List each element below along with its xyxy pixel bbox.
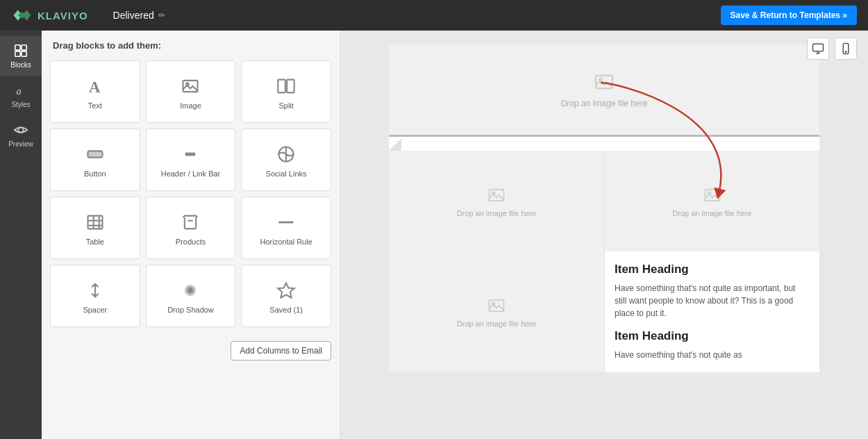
block-saved-label: Saved (1)	[269, 306, 303, 314]
item-body-1: Have something that's not quite as impor…	[615, 282, 810, 320]
block-products-label: Products	[176, 238, 206, 246]
sidebar-blocks-label: Blocks	[10, 61, 31, 69]
desktop-view-button[interactable]	[807, 38, 829, 60]
block-products[interactable]: Products	[146, 197, 236, 259]
topbar-title: Delivered ✏	[113, 10, 165, 21]
canvas-area: Drop an image file here Drop an image fi…	[340, 31, 868, 439]
block-image-label: Image	[180, 101, 201, 110]
block-button[interactable]: Button	[50, 129, 140, 191]
main-layout: Blocks a Styles Preview Drag blocks to a…	[0, 31, 868, 439]
svg-rect-2	[15, 51, 20, 56]
blocks-panel-header: Drag blocks to add them:	[42, 31, 340, 58]
blocks-footer: Add Columns to Email	[42, 336, 340, 370]
block-header-link-bar-label: Header / Link Bar	[161, 169, 221, 178]
block-button-label: Button	[84, 169, 106, 178]
svg-rect-37	[705, 189, 719, 200]
svg-marker-27	[278, 283, 294, 298]
sidebar-styles-label: Styles	[11, 101, 30, 108]
block-saved[interactable]: Saved (1)	[241, 265, 331, 327]
klaviyo-wordmark: KLAVIYO	[37, 10, 88, 22]
svg-rect-10	[287, 80, 294, 93]
sidebar-preview-label: Preview	[8, 140, 33, 148]
item-body-2: Have something that's not quite as	[615, 349, 810, 361]
svg-rect-11	[87, 151, 102, 157]
product-text-cell: Item Heading Have something that's not q…	[604, 251, 819, 372]
block-table[interactable]: Table	[50, 197, 140, 259]
block-spacer[interactable]: Spacer	[50, 265, 140, 327]
edit-title-icon[interactable]: ✏	[158, 10, 165, 20]
svg-rect-28	[813, 44, 824, 51]
icon-sidebar: Blocks a Styles Preview	[0, 31, 42, 439]
svg-text:A: A	[88, 78, 100, 96]
product-img-drop-text-1a: Drop an image file here	[457, 209, 536, 217]
topbar: KLAVIYO Delivered ✏ Save & Return to Tem…	[0, 0, 868, 31]
email-canvas: Drop an image file here Drop an image fi…	[389, 44, 819, 372]
item-heading-1: Item Heading	[615, 263, 810, 276]
product-img-drop-2a[interactable]: Drop an image file here	[389, 251, 604, 372]
image-drop-zone-main[interactable]: Drop an image file here	[389, 44, 819, 135]
block-split-label: Split	[278, 101, 293, 110]
mobile-view-button[interactable]	[835, 38, 857, 60]
product-img-drop-text-1b: Drop an image file here	[672, 209, 751, 217]
svg-rect-3	[22, 51, 26, 56]
product-img-drop-1a[interactable]: Drop an image file here	[389, 151, 604, 251]
svg-point-13	[190, 153, 192, 156]
svg-point-32	[845, 51, 846, 53]
svg-rect-17	[87, 216, 102, 229]
svg-point-12	[186, 153, 189, 156]
svg-text:a: a	[17, 85, 22, 97]
block-text-label: Text	[88, 101, 102, 110]
svg-rect-9	[278, 80, 285, 93]
svg-rect-0	[15, 45, 20, 50]
block-drop-shadow[interactable]: Drop Shadow	[146, 265, 236, 327]
svg-rect-7	[183, 81, 198, 92]
svg-rect-1	[22, 45, 26, 50]
product-img-drop-text-2a: Drop an image file here	[457, 320, 536, 328]
image-drop-text-main: Drop an image file here	[561, 99, 648, 108]
klaviyo-logo: KLAVIYO	[11, 8, 88, 23]
block-table-label: Table	[86, 238, 104, 246]
canvas-toolbar	[807, 38, 857, 60]
block-image[interactable]: Image	[146, 60, 236, 123]
svg-rect-35	[490, 189, 504, 200]
document-title: Delivered	[113, 10, 154, 21]
svg-point-26	[188, 288, 193, 293]
item-heading-2: Item Heading	[615, 329, 810, 343]
product-row-2: Drop an image file here Item Heading Hav…	[389, 251, 819, 372]
block-horizontal-rule-label: Horizontal Rule	[260, 238, 312, 246]
block-text[interactable]: A Text	[50, 60, 140, 123]
sidebar-item-blocks[interactable]: Blocks	[0, 36, 42, 76]
block-drop-shadow-label: Drop Shadow	[167, 306, 214, 314]
blocks-grid: A Text Image Split	[42, 58, 340, 336]
block-horizontal-rule[interactable]: Horizontal Rule	[241, 197, 331, 259]
svg-rect-39	[490, 300, 504, 311]
block-header-link-bar[interactable]: Header / Link Bar	[146, 129, 236, 191]
product-img-drop-1b[interactable]: Drop an image file here	[604, 151, 819, 251]
svg-rect-33	[596, 76, 612, 89]
block-social-links[interactable]: Social Links	[241, 129, 331, 191]
blocks-panel: Drag blocks to add them: A Text Image	[42, 31, 340, 439]
svg-point-14	[192, 153, 195, 156]
save-return-button[interactable]: Save & Return to Templates »	[721, 6, 858, 25]
sidebar-item-preview[interactable]: Preview	[0, 115, 42, 155]
block-spacer-label: Spacer	[83, 306, 107, 314]
topbar-left: KLAVIYO Delivered ✏	[11, 8, 165, 23]
block-social-links-label: Social Links	[266, 169, 307, 178]
block-split[interactable]: Split	[241, 60, 331, 123]
sidebar-item-styles[interactable]: a Styles	[0, 76, 42, 115]
product-row-1: Drop an image file here Drop an image fi…	[389, 151, 819, 251]
add-columns-button[interactable]: Add Columns to Email	[231, 341, 331, 361]
